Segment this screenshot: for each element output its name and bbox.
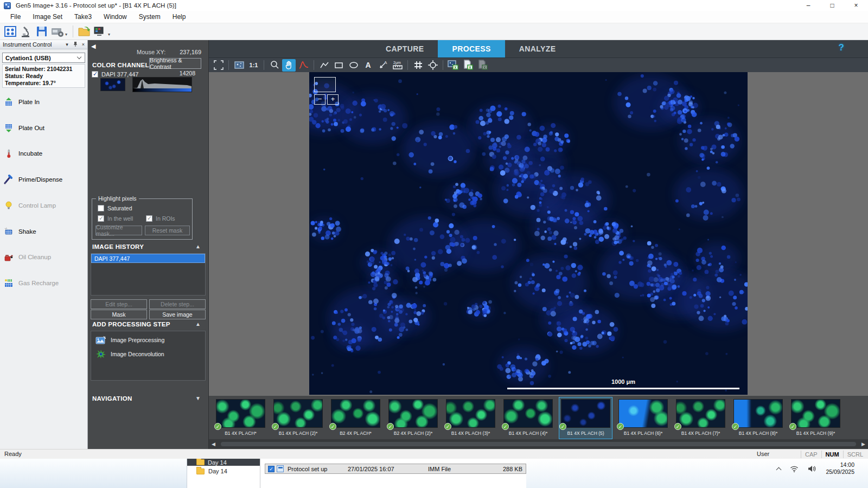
menu-file[interactable]: File <box>4 11 27 23</box>
select-image-icon[interactable] <box>232 59 246 72</box>
line-tool-icon[interactable] <box>317 59 331 72</box>
pin-icon[interactable] <box>71 41 79 48</box>
in-rois-checkbox[interactable] <box>146 215 152 222</box>
save-icon[interactable] <box>35 24 49 38</box>
export-data-icon[interactable]: X <box>461 59 475 72</box>
action-control-lamp[interactable]: Control Lamp <box>4 196 85 215</box>
thumbnail-item[interactable]: ✓B1 4X PL ACH (7)* <box>674 397 727 439</box>
toolbar-dropdown-caret[interactable]: ▾ <box>65 32 67 37</box>
thumbnail-item[interactable]: ✓B2 4X PL ACH* <box>329 397 382 439</box>
menu-help[interactable]: Help <box>167 11 192 23</box>
thumbnail-item[interactable]: ✓B1 4X PL ACH (4)* <box>502 397 554 439</box>
tab-process[interactable]: PROCESS <box>438 40 505 57</box>
collapse-history-icon[interactable]: ▲ <box>195 243 201 249</box>
action-plate-in[interactable]: Plate In <box>4 92 85 112</box>
action-oil-cleanup[interactable]: Oil Cleanup <box>4 247 85 267</box>
save-image-button[interactable]: Save image <box>149 310 206 319</box>
thumbnail-item[interactable]: ✓B1 4X PL ACH (2)* <box>272 397 324 439</box>
text-tool-icon[interactable]: A <box>361 59 375 72</box>
action-shake[interactable]: Shake <box>4 222 85 241</box>
display-export-icon[interactable] <box>93 24 107 38</box>
image-nav-box[interactable] <box>314 77 336 92</box>
fit-image-icon[interactable] <box>212 59 225 72</box>
tab-capture[interactable]: CAPTURE <box>372 40 438 57</box>
action-prime-dispense[interactable]: Prime/Dispense <box>4 170 85 189</box>
wifi-icon[interactable] <box>790 465 799 472</box>
in-well-checkbox[interactable] <box>98 215 104 222</box>
folder-row[interactable]: Day 14 <box>196 468 227 474</box>
zoom-icon[interactable] <box>267 59 281 72</box>
reader-settings-icon[interactable] <box>50 24 65 38</box>
tab-analyze[interactable]: ANALYZE <box>505 40 570 57</box>
toolbar-dropdown-caret-2[interactable]: ▾ <box>108 32 110 37</box>
crosshair-icon[interactable] <box>426 59 439 72</box>
one-to-one-icon[interactable]: 1:1 <box>247 59 260 72</box>
microscope-icon[interactable] <box>19 24 33 38</box>
minimize-button[interactable]: – <box>796 0 820 11</box>
histogram-icon[interactable] <box>297 59 310 72</box>
delete-step-button[interactable]: Delete step... <box>149 299 206 309</box>
image-deconvolution-item[interactable]: Image Deconvolution <box>91 345 205 359</box>
menu-image-set[interactable]: Image Set <box>27 11 68 23</box>
scroll-right-icon[interactable]: ▶ <box>861 441 865 447</box>
collapse-processing-icon[interactable]: ▲ <box>195 321 201 327</box>
help-icon[interactable]: ? <box>839 42 844 53</box>
channel-checkbox[interactable] <box>92 71 98 78</box>
brightness-contrast-button[interactable]: Brightness & Contrast <box>149 58 201 69</box>
thumbnail-item-selected[interactable]: ✓B1 4X PL ACH (5) <box>559 397 612 439</box>
export-image-icon[interactable]: X <box>446 59 460 72</box>
file-type: IMM File <box>428 466 492 472</box>
export-data-2-icon[interactable]: X <box>476 59 489 72</box>
scale-bar: 1000 μm <box>507 378 739 389</box>
panel-close-icon[interactable]: × <box>79 42 87 47</box>
action-incubate[interactable]: Incubate <box>4 144 85 163</box>
thumbnail-strip: ✓B1 4X PL ACH* ✓B1 4X PL ACH (2)* ✓B2 4X… <box>209 396 868 439</box>
scroll-left-icon[interactable]: ◀ <box>212 441 215 447</box>
thumbnail-item[interactable]: ✓B2 4X PL ACH (2)* <box>387 397 439 439</box>
grid-icon[interactable] <box>411 59 425 72</box>
thumbnail-item[interactable]: ✓B1 4X PL ACH* <box>214 397 267 439</box>
menu-system[interactable]: System <box>133 11 167 23</box>
history-item-selected[interactable]: DAPI 377,447 <box>91 254 205 263</box>
annotate-arrow-icon[interactable]: A <box>376 59 390 72</box>
instrument-select[interactable]: Cytation1 (USB) <box>2 53 85 63</box>
zoom-out-button[interactable]: − <box>314 94 326 105</box>
thumbnail-item[interactable]: ✓B1 4X PL ACH (6)* <box>617 397 669 439</box>
customize-mask-button[interactable]: Customize mask... <box>95 226 142 235</box>
menu-window[interactable]: Window <box>98 11 133 23</box>
open-folder-icon[interactable] <box>78 24 92 38</box>
panel-menu-icon[interactable]: ▾ <box>63 42 71 47</box>
maximize-button[interactable]: □ <box>820 0 844 11</box>
plate-layout-icon[interactable] <box>3 24 17 38</box>
file-checkbox[interactable]: ✓ <box>268 466 275 472</box>
scrollbar-track[interactable] <box>221 442 856 446</box>
thumbnail-item[interactable]: ✓B1 4X PL ACH (3)* <box>444 397 497 439</box>
mask-button[interactable]: Mask <box>91 310 147 319</box>
close-button[interactable]: × <box>844 0 868 11</box>
ruler-icon[interactable]: 2μm <box>391 59 404 72</box>
thumbnail-item[interactable]: ✓B1 4X PL ACH (9)* <box>789 397 842 439</box>
rectangle-tool-icon[interactable] <box>332 59 346 72</box>
reset-mask-button[interactable]: Reset mask <box>145 226 190 235</box>
action-plate-out[interactable]: Plate Out <box>4 118 85 138</box>
zoom-in-button[interactable]: + <box>327 94 339 105</box>
channel-thumbnail[interactable] <box>100 78 125 91</box>
ellipse-tool-icon[interactable] <box>347 59 360 72</box>
thumbnail-scrollbar[interactable]: ◀ ▶ <box>209 439 868 449</box>
microscopy-image[interactable]: − + 1000 μm <box>309 72 748 395</box>
clipped-folder-row[interactable]: Day 14 <box>187 459 260 466</box>
action-gas-recharge[interactable]: Gas Recharge <box>4 273 85 293</box>
edit-step-button[interactable]: Edit step... <box>91 299 147 309</box>
thumbnail-item[interactable]: ✓B1 4X PL ACH (8)* <box>732 397 784 439</box>
tray-clock[interactable]: 14:00 25/09/2025 <box>826 461 854 476</box>
menu-take3[interactable]: Take3 <box>68 11 98 23</box>
channel-histogram[interactable] <box>132 77 192 92</box>
expand-navigation-icon[interactable]: ▼ <box>195 395 201 401</box>
tray-expand-icon[interactable] <box>776 467 782 472</box>
speaker-icon[interactable] <box>808 465 816 472</box>
pan-icon[interactable] <box>282 59 296 72</box>
image-preprocessing-item[interactable]: Image Preprocessing <box>91 331 205 345</box>
file-row-selected[interactable]: ✓ Protocol set up 27/01/2025 16:07 IMM F… <box>265 464 526 474</box>
thumbnail-image <box>503 399 553 428</box>
saturated-checkbox[interactable] <box>98 205 104 211</box>
